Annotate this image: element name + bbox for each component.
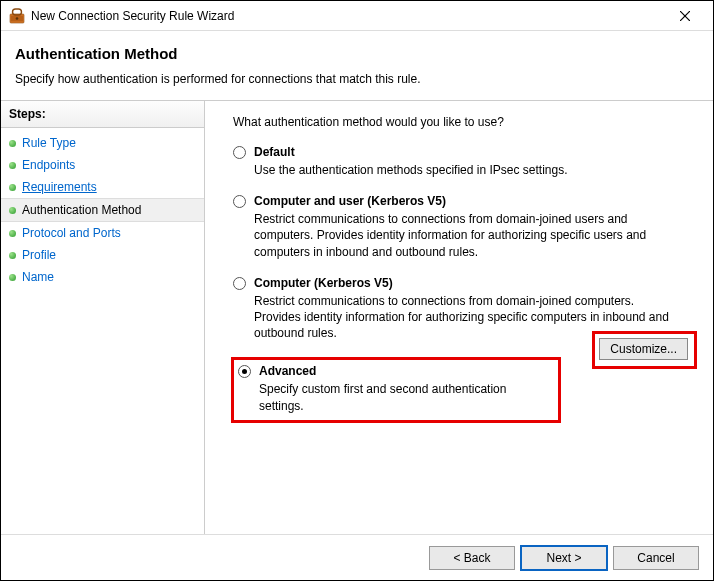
bullet-icon xyxy=(9,252,16,259)
content-prompt: What authentication method would you lik… xyxy=(233,115,695,129)
app-icon xyxy=(9,8,25,24)
step-label: Name xyxy=(22,270,54,284)
step-rule-type[interactable]: Rule Type xyxy=(1,132,204,154)
back-button[interactable]: < Back xyxy=(429,546,515,570)
window-title: New Connection Security Rule Wizard xyxy=(31,9,665,23)
steps-list: Rule Type Endpoints Requirements Authent… xyxy=(1,128,204,292)
step-label: Protocol and Ports xyxy=(22,226,121,240)
step-authentication-method[interactable]: Authentication Method xyxy=(1,198,204,222)
titlebar: New Connection Security Rule Wizard xyxy=(1,1,713,31)
step-label: Authentication Method xyxy=(22,203,141,217)
option-label: Default xyxy=(254,145,295,159)
step-protocol-and-ports[interactable]: Protocol and Ports xyxy=(1,222,204,244)
highlight-customize: Customize... xyxy=(592,331,697,369)
cancel-button[interactable]: Cancel xyxy=(613,546,699,570)
option-default: Default Use the authentication methods s… xyxy=(233,145,695,178)
bullet-icon xyxy=(9,162,16,169)
option-desc: Use the authentication methods specified… xyxy=(254,162,684,178)
page-title: Authentication Method xyxy=(15,45,699,62)
radio-advanced[interactable] xyxy=(238,365,251,378)
option-desc: Restrict communications to connections f… xyxy=(254,211,684,260)
bullet-icon xyxy=(9,274,16,281)
customize-button[interactable]: Customize... xyxy=(599,338,688,360)
bullet-icon xyxy=(9,140,16,147)
next-button[interactable]: Next > xyxy=(521,546,607,570)
steps-panel: Steps: Rule Type Endpoints Requirements … xyxy=(1,101,205,534)
step-profile[interactable]: Profile xyxy=(1,244,204,266)
svg-point-3 xyxy=(16,17,19,20)
bullet-icon xyxy=(9,184,16,191)
step-label: Endpoints xyxy=(22,158,75,172)
body: Steps: Rule Type Endpoints Requirements … xyxy=(1,100,713,534)
option-label: Computer and user (Kerberos V5) xyxy=(254,194,446,208)
option-advanced: Advanced Specify custom first and second… xyxy=(238,364,552,413)
step-name[interactable]: Name xyxy=(1,266,204,288)
step-label: Profile xyxy=(22,248,56,262)
wizard-window: New Connection Security Rule Wizard Auth… xyxy=(0,0,714,581)
highlight-advanced: Advanced Specify custom first and second… xyxy=(231,357,561,422)
bullet-icon xyxy=(9,207,16,214)
close-button[interactable] xyxy=(665,2,705,30)
step-label: Requirements xyxy=(22,180,97,194)
radio-computer-and-user[interactable] xyxy=(233,195,246,208)
radio-default[interactable] xyxy=(233,146,246,159)
step-endpoints[interactable]: Endpoints xyxy=(1,154,204,176)
step-label: Rule Type xyxy=(22,136,76,150)
bullet-icon xyxy=(9,230,16,237)
footer: < Back Next > Cancel xyxy=(1,534,713,580)
close-icon xyxy=(680,11,690,21)
page-subtitle: Specify how authentication is performed … xyxy=(15,72,699,86)
option-label: Computer (Kerberos V5) xyxy=(254,276,393,290)
option-label: Advanced xyxy=(259,364,316,378)
option-desc: Specify custom first and second authenti… xyxy=(259,381,552,413)
steps-label: Steps: xyxy=(1,101,204,128)
content-panel: What authentication method would you lik… xyxy=(205,101,713,534)
step-requirements[interactable]: Requirements xyxy=(1,176,204,198)
radio-computer[interactable] xyxy=(233,277,246,290)
option-computer-and-user: Computer and user (Kerberos V5) Restrict… xyxy=(233,194,695,260)
header: Authentication Method Specify how authen… xyxy=(1,31,713,100)
